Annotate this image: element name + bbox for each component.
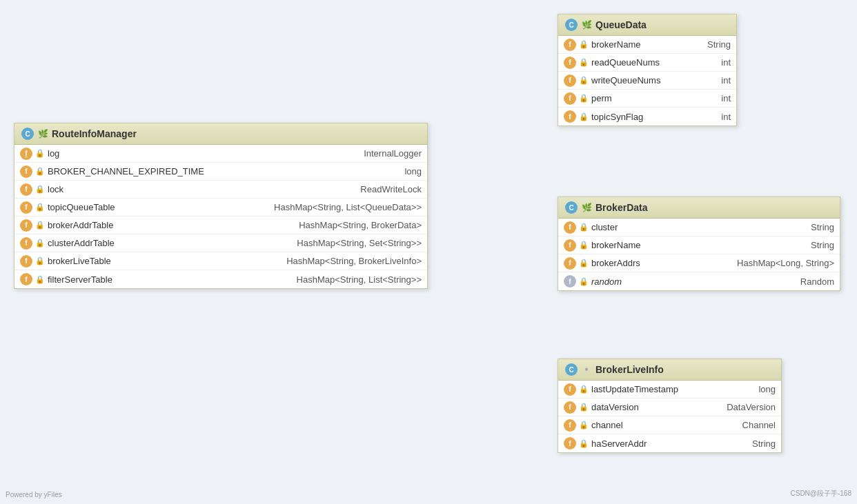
field-type: HashMap<String, Set<String>> — [297, 238, 422, 248]
field-icon-f: f — [20, 219, 32, 232]
field-name: writeQueueNums — [591, 75, 713, 85]
field-row-topicqueuetable: f 🔒 topicQueueTable HashMap<String, List… — [14, 199, 427, 216]
field-name: perm — [591, 93, 713, 103]
field-name: lock — [48, 184, 352, 194]
field-name: lastUpdateTimestamp — [591, 384, 750, 394]
lock-icon: 🔒 — [35, 167, 45, 177]
field-icon-f: f — [564, 39, 576, 51]
field-type: int — [721, 112, 731, 122]
field-name: channel — [591, 420, 734, 430]
field-icon-f: f — [20, 255, 32, 268]
field-type: int — [721, 57, 731, 68]
class-title: RouteInfoManager — [52, 128, 137, 139]
field-type: long — [758, 384, 776, 394]
field-row-brokername: f 🔒 brokerName String — [558, 236, 840, 254]
field-name: haServerAddr — [591, 439, 744, 449]
field-name: filterServerTable — [48, 274, 288, 285]
field-type: HashMap<String, List<String>> — [297, 274, 422, 285]
class-brokerliveinfo: C • BrokerLiveInfo f 🔒 lastUpdateTimesta… — [558, 359, 782, 453]
field-icon-f: f — [564, 257, 576, 270]
lock-icon: 🔒 — [35, 203, 45, 212]
field-icon-f: f — [20, 273, 32, 285]
field-name: log — [48, 148, 355, 159]
field-type: int — [721, 93, 731, 103]
field-row-brokername: f 🔒 brokerName String — [558, 36, 736, 54]
field-row-dataversion: f 🔒 dataVersion DataVersion — [558, 399, 781, 416]
lock-icon: 🔒 — [579, 241, 589, 250]
lock-icon: 🔒 — [35, 185, 45, 194]
field-row-topicsynflag: f 🔒 topicSynFlag int — [558, 108, 736, 125]
field-type: HashMap<String, List<QueueData>> — [274, 202, 422, 212]
field-type: long — [404, 166, 422, 177]
field-name: clusterAddrTable — [48, 238, 288, 248]
class-icon-c: C — [565, 19, 578, 31]
field-name: brokerName — [591, 39, 699, 50]
field-name: topicSynFlag — [591, 112, 713, 122]
field-icon-f: f — [564, 110, 576, 123]
field-icon-f: f — [20, 165, 32, 178]
field-name: brokerAddrs — [591, 258, 729, 268]
lock-icon: 🔒 — [579, 40, 589, 50]
lock-icon: 🔒 — [579, 94, 589, 103]
field-row-channel: f 🔒 channel Channel — [558, 416, 781, 434]
field-name: topicQueueTable — [48, 202, 266, 212]
field-row-log: f 🔒 log InternalLogger — [14, 145, 427, 163]
class-header-queuedata: C 🌿 QueueData — [558, 14, 736, 36]
field-icon-f: f — [20, 237, 32, 250]
field-icon-f: f — [564, 57, 576, 69]
field-row-clusteraddrtable: f 🔒 clusterAddrTable HashMap<String, Set… — [14, 234, 427, 252]
class-header-routeinfomanager: C 🌿 RouteInfoManager — [14, 123, 427, 145]
lock-icon: 🔒 — [579, 112, 589, 121]
field-row-lastupdatetimestamp: f 🔒 lastUpdateTimestamp long — [558, 381, 781, 399]
lock-icon: 🔒 — [35, 256, 45, 266]
field-type: String — [811, 222, 834, 232]
field-row-lock: f 🔒 lock ReadWriteLock — [14, 181, 427, 199]
lock-icon: 🔒 — [579, 385, 589, 394]
class-brokerdata: C 🌿 BrokerData f 🔒 cluster String f 🔒 br… — [558, 196, 840, 291]
class-icon-c: C — [21, 128, 34, 140]
class-header-brokerdata: C 🌿 BrokerData — [558, 197, 840, 219]
field-row-writequeuenums: f 🔒 writeQueueNums int — [558, 72, 736, 90]
field-icon-f: f — [564, 437, 576, 450]
field-type: String — [752, 439, 776, 449]
field-name: brokerLiveTable — [48, 256, 278, 266]
field-name: BROKER_CHANNEL_EXPIRED_TIME — [48, 166, 396, 177]
lock-icon: 🔒 — [579, 76, 589, 85]
field-name: cluster — [591, 222, 802, 232]
field-type: HashMap<String, BrokerLiveInfo> — [286, 256, 422, 266]
lock-icon: 🔒 — [579, 276, 589, 286]
field-name: dataVersion — [591, 402, 718, 412]
class-icon-c: C — [565, 363, 578, 376]
lock-icon: 🔒 — [579, 421, 589, 430]
field-icon-f: f — [564, 74, 576, 87]
field-icon-f: f — [564, 383, 576, 396]
field-type: HashMap<Long, String> — [737, 258, 834, 268]
lock-icon: 🔒 — [35, 221, 45, 230]
field-icon-f: f — [20, 148, 32, 160]
field-row-cluster: f 🔒 cluster String — [558, 219, 840, 236]
field-row-filterservertable: f 🔒 filterServerTable HashMap<String, Li… — [14, 270, 427, 288]
footer-left: Powered by yFiles — [6, 491, 62, 498]
lock-icon: 🔒 — [579, 403, 589, 412]
field-name: brokerName — [591, 240, 802, 250]
field-icon-f: f — [564, 92, 576, 105]
field-name: random — [591, 276, 792, 287]
field-icon-f: f — [20, 183, 32, 196]
class-title: QueueData — [595, 19, 647, 30]
lock-icon: 🔒 — [35, 274, 45, 284]
field-type: Random — [800, 276, 834, 287]
field-row-readqueuenums: f 🔒 readQueueNums int — [558, 54, 736, 72]
leaf-icon: 🌿 — [38, 129, 48, 139]
class-title: BrokerData — [595, 202, 647, 213]
field-row-broker-channel: f 🔒 BROKER_CHANNEL_EXPIRED_TIME long — [14, 163, 427, 181]
field-name: readQueueNums — [591, 57, 713, 68]
class-icon-c: C — [565, 201, 578, 214]
class-header-brokerliveinfo: C • BrokerLiveInfo — [558, 359, 781, 381]
lock-icon: 🔒 — [579, 259, 589, 268]
field-row-brokerlivetable: f 🔒 brokerLiveTable HashMap<String, Brok… — [14, 252, 427, 270]
field-type: HashMap<String, BrokerData> — [299, 220, 422, 230]
class-routeinfomanager: C 🌿 RouteInfoManager f 🔒 log InternalLog… — [14, 123, 428, 289]
field-type: String — [707, 39, 731, 50]
lock-icon: 🔒 — [579, 223, 589, 232]
field-icon-f: f — [564, 221, 576, 234]
